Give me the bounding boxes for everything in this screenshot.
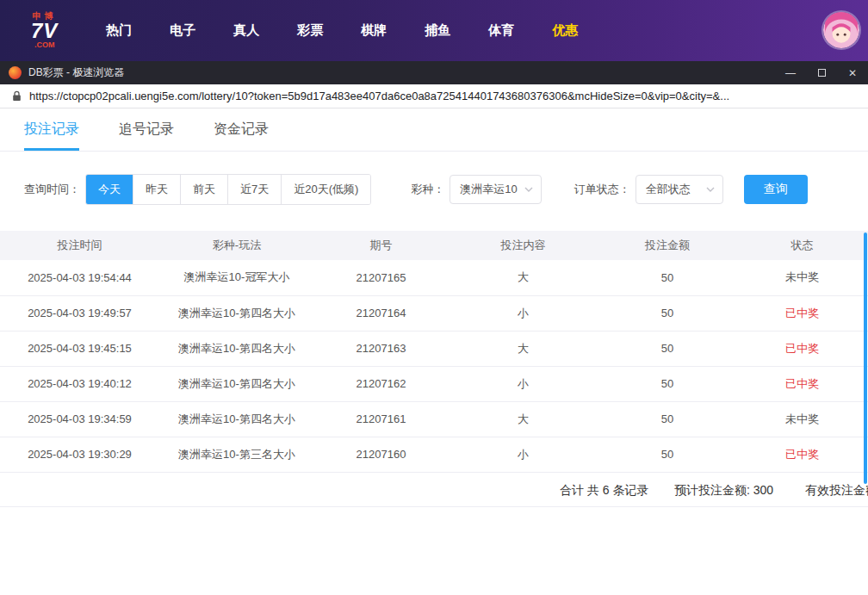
bet-amount-cell: 50 bbox=[598, 260, 736, 295]
status-cell: 已中奖 bbox=[736, 437, 868, 472]
time-option-20days[interactable]: 近20天(低频) bbox=[281, 175, 370, 204]
lottery-select[interactable]: 澳洲幸运10 bbox=[450, 175, 541, 204]
bet-time-cell: 2025-04-03 19:45:15 bbox=[0, 331, 159, 366]
chevron-down-icon bbox=[706, 187, 715, 192]
issue-cell: 21207160 bbox=[314, 437, 448, 472]
avatar-image bbox=[823, 12, 859, 48]
bet-time-cell: 2025-04-03 19:34:59 bbox=[0, 401, 159, 437]
maximize-button[interactable] bbox=[806, 61, 837, 84]
chevron-down-icon bbox=[524, 187, 533, 192]
bet-content-cell: 大 bbox=[448, 401, 598, 437]
game-play-cell: 澳洲幸运10-第四名大小 bbox=[159, 401, 314, 437]
nav-item-cards[interactable]: 棋牌 bbox=[342, 22, 406, 39]
table-row: 2025-04-03 19:40:12澳洲幸运10-第四名大小21207162小… bbox=[0, 366, 868, 401]
table-header-row: 投注时间 彩种-玩法 期号 投注内容 投注金额 状态 bbox=[0, 231, 868, 260]
nav-item-live[interactable]: 真人 bbox=[214, 22, 278, 39]
status-cell: 已中奖 bbox=[736, 366, 868, 401]
nav-item-sports[interactable]: 体育 bbox=[469, 22, 533, 39]
bet-time-cell: 2025-04-03 19:40:12 bbox=[0, 366, 159, 401]
table-row: 2025-04-03 19:34:59澳洲幸运10-第四名大小21207161大… bbox=[0, 401, 868, 437]
browser-app-icon bbox=[9, 66, 22, 79]
logo-suffix-text: .COM bbox=[34, 41, 55, 49]
address-bar: https://ctopcp02pcali.uengi5e.com/lotter… bbox=[0, 84, 868, 108]
game-play-cell: 澳洲幸运10-第三名大小 bbox=[159, 437, 314, 472]
table-row: 2025-04-03 19:54:44澳洲幸运10-冠军大小21207165大5… bbox=[0, 260, 868, 295]
game-play-cell: 澳洲幸运10-第四名大小 bbox=[159, 366, 314, 401]
header-game-play: 彩种-玩法 bbox=[159, 231, 314, 260]
maximize-icon bbox=[818, 69, 826, 77]
window-title: DB彩票 - 极速浏览器 bbox=[28, 65, 124, 80]
tab-bet-records[interactable]: 投注记录 bbox=[24, 108, 79, 151]
bet-amount-cell: 50 bbox=[598, 401, 736, 437]
game-play-cell: 澳洲幸运10-第四名大小 bbox=[159, 295, 314, 331]
bet-time-cell: 2025-04-03 19:54:44 bbox=[0, 260, 159, 295]
filter-row: 查询时间： 今天 昨天 前天 近7天 近20天(低频) 彩种： 澳洲幸运10 订… bbox=[24, 174, 868, 205]
issue-cell: 21207164 bbox=[314, 295, 448, 331]
lottery-select-value: 澳洲幸运10 bbox=[460, 182, 517, 197]
bet-table-body: 2025-04-03 19:54:44澳洲幸运10-冠军大小21207165大5… bbox=[0, 260, 868, 472]
nav-item-promo[interactable]: 优惠 bbox=[533, 22, 597, 39]
status-cell: 已中奖 bbox=[736, 295, 868, 331]
issue-cell: 21207162 bbox=[314, 366, 448, 401]
time-filter-group: 今天 昨天 前天 近7天 近20天(低频) bbox=[85, 174, 371, 205]
summary-valid-amount: 有效投注金额 bbox=[805, 483, 868, 499]
vertical-scrollbar[interactable] bbox=[864, 232, 867, 484]
time-option-7days[interactable]: 近7天 bbox=[227, 175, 281, 204]
game-play-cell: 澳洲幸运10-冠军大小 bbox=[159, 260, 314, 295]
time-option-today[interactable]: 今天 bbox=[86, 175, 133, 204]
table-row: 2025-04-03 19:49:57澳洲幸运10-第四名大小21207164小… bbox=[0, 295, 868, 331]
lottery-filter-label: 彩种： bbox=[411, 182, 444, 197]
lock-icon bbox=[12, 90, 22, 102]
tab-fund-records[interactable]: 资金记录 bbox=[214, 108, 269, 151]
nav-item-lottery[interactable]: 彩票 bbox=[278, 22, 342, 39]
status-filter-label: 订单状态： bbox=[574, 182, 630, 197]
status-cell: 已中奖 bbox=[736, 331, 868, 366]
status-cell: 未中奖 bbox=[736, 260, 868, 295]
header-bet-content: 投注内容 bbox=[448, 231, 598, 260]
table-row: 2025-04-03 19:45:15澳洲幸运10-第四名大小21207163大… bbox=[0, 331, 868, 366]
bet-content-cell: 小 bbox=[448, 366, 598, 401]
nav-item-hot[interactable]: 热门 bbox=[87, 22, 151, 39]
time-option-daybefore[interactable]: 前天 bbox=[180, 175, 227, 204]
status-cell: 未中奖 bbox=[736, 401, 868, 437]
minimize-button[interactable]: — bbox=[775, 61, 806, 84]
header-bet-amount: 投注金额 bbox=[598, 231, 736, 260]
site-logo[interactable]: 申博 7V .COM bbox=[31, 12, 58, 49]
window-controls: — ✕ bbox=[775, 61, 868, 84]
bet-content-cell: 大 bbox=[448, 331, 598, 366]
bet-time-cell: 2025-04-03 19:30:29 bbox=[0, 437, 159, 472]
header-status: 状态 bbox=[736, 231, 868, 260]
close-button[interactable]: ✕ bbox=[837, 61, 868, 84]
time-filter-label: 查询时间： bbox=[24, 182, 80, 197]
bet-content-cell: 小 bbox=[448, 437, 598, 472]
site-header: 申博 7V .COM 热门 电子 真人 彩票 棋牌 捕鱼 体育 优惠 bbox=[0, 0, 868, 61]
summary-expected-amount: 预计投注金额: 300 bbox=[674, 483, 773, 499]
nav-item-slots[interactable]: 电子 bbox=[151, 22, 214, 39]
header-bet-time: 投注时间 bbox=[0, 231, 159, 260]
bet-amount-cell: 50 bbox=[598, 437, 736, 472]
bet-content-cell: 小 bbox=[448, 295, 598, 331]
bet-time-cell: 2025-04-03 19:49:57 bbox=[0, 295, 159, 331]
issue-cell: 21207163 bbox=[314, 331, 448, 366]
order-status-value: 全部状态 bbox=[646, 182, 691, 197]
summary-total: 合计 共 6 条记录 bbox=[560, 483, 648, 499]
bet-amount-cell: 50 bbox=[598, 331, 736, 366]
bet-content-cell: 大 bbox=[448, 260, 598, 295]
user-avatar[interactable] bbox=[823, 12, 859, 48]
issue-cell: 21207161 bbox=[314, 401, 448, 437]
order-status-select[interactable]: 全部状态 bbox=[636, 175, 723, 204]
time-option-yesterday[interactable]: 昨天 bbox=[133, 175, 180, 204]
game-play-cell: 澳洲幸运10-第四名大小 bbox=[159, 331, 314, 366]
nav-item-fishing[interactable]: 捕鱼 bbox=[406, 22, 469, 39]
logo-main-text: 7V bbox=[31, 21, 58, 41]
record-tabs: 投注记录 追号记录 资金记录 bbox=[0, 108, 868, 152]
search-button[interactable]: 查询 bbox=[744, 175, 808, 204]
tab-chase-records[interactable]: 追号记录 bbox=[119, 108, 174, 151]
url-field[interactable]: https://ctopcp02pcali.uengi5e.com/lotter… bbox=[29, 90, 856, 102]
bet-amount-cell: 50 bbox=[598, 295, 736, 331]
header-issue: 期号 bbox=[314, 231, 448, 260]
site-nav-menu: 热门 电子 真人 彩票 棋牌 捕鱼 体育 优惠 bbox=[87, 22, 597, 39]
table-row: 2025-04-03 19:30:29澳洲幸运10-第三名大小21207160小… bbox=[0, 437, 868, 472]
bet-records-table: 投注时间 彩种-玩法 期号 投注内容 投注金额 状态 2025-04-03 19… bbox=[0, 231, 868, 473]
browser-titlebar: DB彩票 - 极速浏览器 — ✕ bbox=[0, 61, 868, 84]
